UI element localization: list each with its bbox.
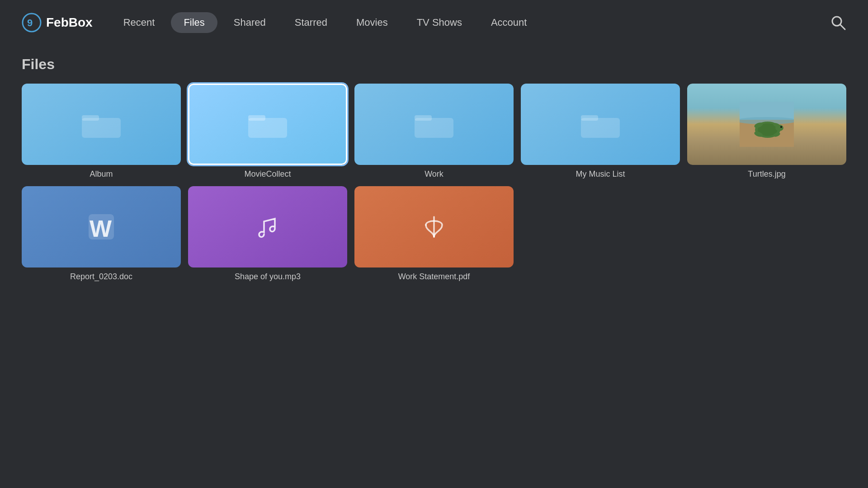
main-nav: Recent Files Shared Starred Movies TV Sh… [111,12,830,33]
file-item-turtlesjpg[interactable]: Turtles.jpg [687,84,846,179]
nav-item-shared[interactable]: Shared [221,12,278,33]
file-label-moviecollect: MovieCollect [244,169,291,179]
file-label-album: Album [90,169,113,179]
nav-item-recent[interactable]: Recent [111,12,168,33]
file-item-album[interactable]: Album [22,84,181,179]
svg-text:W: W [90,216,112,242]
file-label-workstatement: Work Statement.pdf [398,272,470,282]
svg-rect-7 [248,115,265,121]
nav-item-tvshows[interactable]: TV Shows [404,12,475,33]
folder-icon-mymusiclist [580,110,621,139]
file-label-mymusiclist: My Music List [576,169,625,179]
turtle-image-icon [740,102,794,147]
file-thumb-work [354,84,514,165]
file-label-turtlesjpg: Turtles.jpg [748,169,785,179]
nav-item-movies[interactable]: Movies [344,12,401,33]
svg-rect-5 [82,115,99,121]
file-thumb-workstatement [354,186,514,267]
section-title: Files [22,56,846,73]
file-thumb-album [22,84,181,165]
file-item-workstatement[interactable]: Work Statement.pdf [354,186,514,282]
logo-text: FebBox [46,15,93,30]
svg-rect-8 [415,118,453,138]
search-icon [830,14,846,31]
header: 9 FebBox Recent Files Shared Starred Mov… [0,0,868,45]
main-content: Files Album MovieCollect [0,45,868,292]
svg-rect-10 [581,118,620,138]
svg-rect-9 [415,115,432,121]
folder-icon-album [81,110,122,139]
logo-icon: 9 [22,13,42,33]
svg-text:9: 9 [27,17,33,28]
nav-item-starred[interactable]: Starred [282,12,340,33]
file-label-report: Report_0203.doc [70,272,132,282]
file-thumb-moviecollect [188,84,347,165]
file-item-work[interactable]: Work [354,84,514,179]
logo-area: 9 FebBox [22,13,93,33]
svg-rect-4 [82,118,121,138]
files-grid-row1: Album MovieCollect Work [22,84,846,179]
word-icon: W [83,209,119,245]
files-grid-row2: W Report_0203.doc Shape of you.mp3 [22,186,846,282]
svg-line-3 [840,25,845,29]
folder-icon-moviecollect [247,110,288,139]
file-label-work: Work [425,169,443,179]
search-button[interactable] [830,14,846,31]
file-thumb-mymusiclist [521,84,680,165]
nav-item-account[interactable]: Account [478,12,540,33]
file-thumb-shapeofyou [188,186,347,267]
file-label-shapeofyou: Shape of you.mp3 [235,272,301,282]
file-thumb-report: W [22,186,181,267]
file-item-mymusiclist[interactable]: My Music List [521,84,680,179]
svg-point-22 [780,126,782,128]
nav-item-files[interactable]: Files [171,12,217,33]
file-item-report[interactable]: W Report_0203.doc [22,186,181,282]
folder-icon-work [414,110,454,139]
pdf-icon [416,209,452,245]
file-item-shapeofyou[interactable]: Shape of you.mp3 [188,186,347,282]
file-thumb-turtlesjpg [687,84,846,165]
svg-rect-6 [248,118,287,138]
file-item-moviecollect[interactable]: MovieCollect [188,84,347,179]
file-item-empty-2 [687,186,846,282]
file-item-empty-1 [521,186,680,282]
music-note-icon [250,209,286,245]
svg-rect-11 [581,115,598,121]
